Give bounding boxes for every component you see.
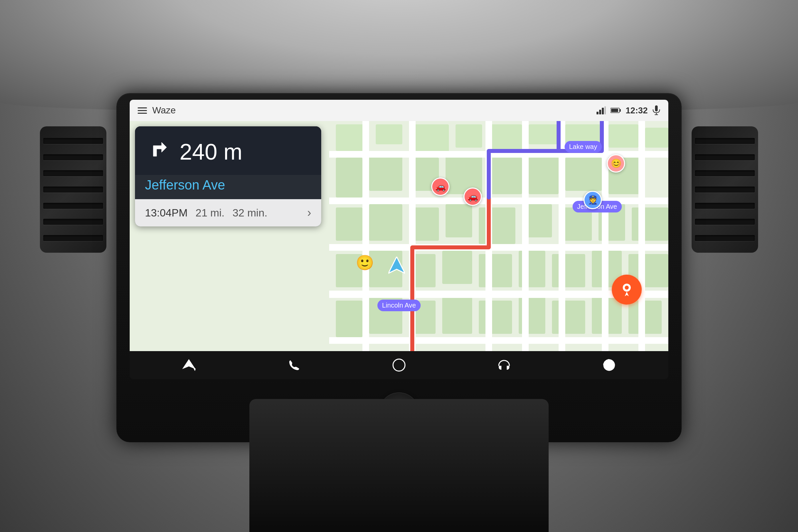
map-area[interactable]: 240 m Jefferson Ave 13:04PM 21 mi. 32 mi… xyxy=(130,121,668,351)
vent-slat xyxy=(43,219,103,225)
signal-icon xyxy=(596,107,606,114)
svg-point-72 xyxy=(393,359,405,371)
svg-rect-6 xyxy=(620,109,621,112)
nav-button-recent[interactable] xyxy=(596,355,623,375)
svg-rect-66 xyxy=(639,121,645,351)
nav-card-direction: 240 m xyxy=(135,126,321,175)
svg-rect-24 xyxy=(489,158,522,194)
map-user-avatar-1: 🚗 xyxy=(431,177,450,196)
svg-rect-5 xyxy=(611,109,618,112)
svg-rect-59 xyxy=(329,337,668,344)
user-location-arrow xyxy=(388,257,405,278)
destination-pin xyxy=(612,274,642,305)
svg-rect-25 xyxy=(529,154,558,194)
screen-housing: Waze 12:32 xyxy=(116,93,682,442)
svg-point-69 xyxy=(625,286,629,290)
time-display: 12:32 xyxy=(626,106,648,116)
nav-travel-time: 32 min. xyxy=(232,207,267,219)
vent-slat xyxy=(43,138,103,144)
left-vent xyxy=(40,126,107,253)
nav-button-audio[interactable] xyxy=(491,355,517,375)
hamburger-line xyxy=(138,113,147,114)
hamburger-line xyxy=(138,108,147,108)
microphone-icon[interactable] xyxy=(652,106,660,115)
navigation-card: 240 m Jefferson Ave 13:04PM 21 mi. 32 mi… xyxy=(135,126,321,226)
svg-rect-63 xyxy=(522,121,529,351)
nav-distance: 240 m xyxy=(179,140,242,163)
waze-mascot: 🙂 xyxy=(356,254,374,271)
svg-rect-52 xyxy=(552,301,585,334)
svg-rect-32 xyxy=(479,208,515,244)
svg-rect-40 xyxy=(442,251,472,284)
svg-rect-16 xyxy=(529,125,558,144)
menu-button[interactable] xyxy=(138,108,147,114)
svg-rect-7 xyxy=(655,106,658,111)
nav-distance-total: 21 mi. xyxy=(195,207,225,219)
svg-rect-15 xyxy=(489,125,522,151)
svg-rect-60 xyxy=(362,121,369,351)
svg-rect-50 xyxy=(479,301,512,334)
svg-rect-57 xyxy=(329,244,668,251)
vent-slat xyxy=(695,203,755,209)
center-console xyxy=(249,399,549,532)
nav-button-home[interactable] xyxy=(386,355,412,375)
svg-rect-26 xyxy=(565,158,602,191)
svg-rect-28 xyxy=(336,208,362,241)
nav-button-navigation[interactable]: ▾ xyxy=(175,355,202,375)
map-user-avatar-3: 😊 xyxy=(607,154,625,173)
status-bar-left: Waze xyxy=(138,105,176,116)
svg-rect-65 xyxy=(602,121,608,351)
svg-rect-14 xyxy=(456,125,482,148)
turn-icon xyxy=(145,136,172,167)
vent-slat xyxy=(43,203,103,209)
svg-rect-43 xyxy=(552,254,585,287)
svg-rect-46 xyxy=(336,301,362,337)
street-label-lincoln-ave: Lincoln Ave xyxy=(377,300,421,311)
svg-rect-18 xyxy=(608,125,639,148)
svg-rect-3 xyxy=(605,107,606,114)
vent-slat xyxy=(43,235,103,241)
app-title: Waze xyxy=(152,105,176,116)
svg-rect-36 xyxy=(632,208,668,241)
svg-marker-67 xyxy=(388,257,405,273)
map-user-avatar-police: 👮 xyxy=(584,191,602,209)
svg-rect-1 xyxy=(599,110,601,114)
vent-slat xyxy=(43,187,103,192)
nav-card-bottom[interactable]: 13:04PM 21 mi. 32 min. › xyxy=(135,199,321,226)
nav-button-phone[interactable] xyxy=(281,355,307,375)
svg-rect-12 xyxy=(376,125,402,144)
svg-text:▾: ▾ xyxy=(193,366,195,371)
svg-rect-49 xyxy=(442,297,472,334)
svg-rect-21 xyxy=(369,154,402,191)
vent-slat xyxy=(695,235,755,241)
vent-slat xyxy=(43,170,103,176)
street-label-lake-way: Lake way xyxy=(565,141,602,153)
battery-icon xyxy=(610,108,621,113)
nav-eta: 13:04PM xyxy=(145,207,188,219)
svg-rect-19 xyxy=(645,128,668,148)
vent-slat xyxy=(695,138,755,144)
svg-rect-20 xyxy=(336,158,362,197)
vent-slat xyxy=(695,154,755,160)
svg-rect-29 xyxy=(369,204,402,241)
status-bar-right: 12:32 xyxy=(596,106,661,116)
svg-rect-0 xyxy=(596,112,598,114)
svg-rect-64 xyxy=(558,121,565,351)
status-bar: Waze 12:32 xyxy=(130,100,668,121)
vent-slat xyxy=(695,170,755,176)
android-auto-screen: Waze 12:32 xyxy=(130,100,668,379)
vent-slat xyxy=(43,154,103,160)
svg-rect-2 xyxy=(602,108,604,114)
car-interior: Waze 12:32 xyxy=(0,0,798,532)
bottom-navigation-bar: ▾ xyxy=(130,351,668,379)
nav-chevron-icon: › xyxy=(307,206,311,220)
vent-slat xyxy=(695,187,755,192)
right-vent xyxy=(691,126,758,253)
nav-street-name: Jefferson Ave xyxy=(135,175,321,199)
svg-rect-41 xyxy=(479,254,512,287)
hamburger-line xyxy=(138,110,147,111)
svg-rect-31 xyxy=(445,204,472,238)
vent-slat xyxy=(695,219,755,225)
